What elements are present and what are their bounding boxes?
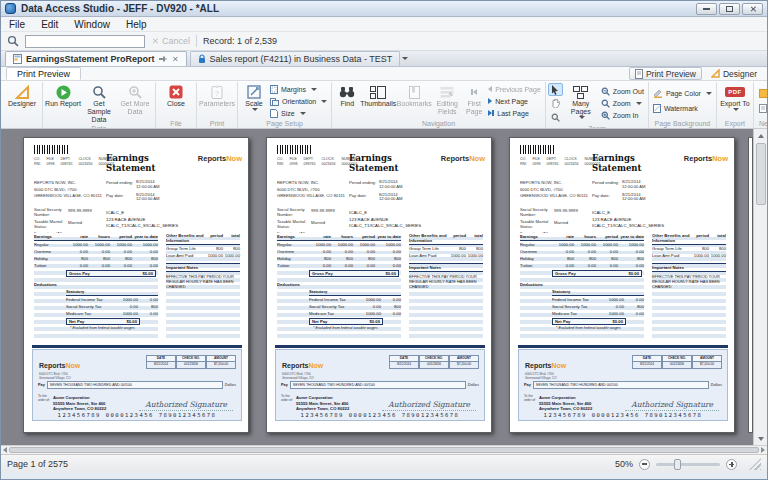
vertical-scroll-thumb[interactable]: [756, 143, 766, 205]
first-page-label: First Page: [462, 100, 486, 116]
last-page-button[interactable]: Last Page: [486, 108, 543, 119]
parameters-label: Parameters: [199, 100, 235, 108]
benefits-table: Other Benefits and Informationperiodtota…: [652, 233, 726, 339]
ribbon-tab-print-preview[interactable]: Print Preview: [6, 67, 81, 80]
zoom-tool-button[interactable]: [548, 111, 563, 124]
menu-window[interactable]: Window: [66, 17, 118, 31]
horizontal-scrollbar[interactable]: [1, 445, 767, 454]
view-print-preview-button[interactable]: Print Preview: [629, 67, 702, 80]
next-page-button[interactable]: Next Page: [486, 96, 543, 107]
view-designer-button[interactable]: Designer: [705, 67, 763, 80]
menu-help[interactable]: Help: [118, 17, 155, 31]
tab-earnings-statement[interactable]: EarningsStatement ProReport: [5, 51, 187, 66]
misc-doc-button[interactable]: [756, 102, 767, 115]
close-preview-button[interactable]: Close: [158, 83, 194, 119]
horizontal-scroll-thumb[interactable]: [9, 447, 759, 453]
zoom-in-button[interactable]: Zoom In: [599, 110, 646, 121]
statutory-label: Statutory: [66, 288, 158, 296]
important-notes-text: EFFECTIVE THIS PAY PERIOD YOUR REGULAR H…: [409, 274, 483, 289]
tab-label: Sales report (F4211) in Business Data - …: [210, 54, 393, 64]
hand-tool-button[interactable]: [548, 97, 563, 110]
zoom-button[interactable]: Zoom: [599, 98, 646, 109]
zoom-in-slider-button[interactable]: [726, 459, 737, 470]
authorized-signature: Authorized Signature: [382, 400, 476, 411]
watermark-button[interactable]: Watermark: [651, 102, 714, 116]
find-button[interactable]: Find: [334, 83, 360, 119]
next-page-label: Next Page: [495, 98, 528, 105]
employee-address: ICALC_E123 RACE AVENUEICALC_T1/ICALC_9/I…: [106, 210, 178, 230]
statutory-label: Statutory: [552, 288, 644, 296]
report-icon: [13, 54, 22, 64]
scroll-down-icon[interactable]: [758, 437, 764, 441]
gross-pay-row: Gross Pay$0.00: [309, 270, 399, 277]
group-label-file: File: [158, 119, 194, 128]
tab-label: EarningsStatement ProReport: [26, 54, 155, 64]
zoom-out-slider-button[interactable]: [639, 459, 650, 470]
pointer-tool-button[interactable]: [548, 83, 563, 96]
get-sample-data-button[interactable]: Get Sample Data: [81, 83, 117, 124]
scroll-right-icon[interactable]: [761, 447, 765, 453]
export-to-label: Export To: [720, 100, 749, 108]
pointer-icon: [551, 85, 559, 95]
thumbnails-label: Thumbnails: [360, 100, 396, 108]
find-label: Find: [340, 100, 354, 108]
check-detail-cells: DATECHECK NO.AMOUNT 8/21/201400123456$7,…: [389, 355, 479, 369]
first-page-icon: [471, 84, 477, 100]
scroll-up-icon[interactable]: [758, 134, 764, 138]
menu-file[interactable]: File: [1, 17, 33, 31]
tab-list-dropdown-icon[interactable]: [402, 57, 408, 60]
company-address: REPORTS NOW, INC.6000 DTC BLVD, #700GREE…: [277, 180, 345, 200]
page-color-button[interactable]: Page Color: [651, 87, 714, 101]
zoom-slider[interactable]: [656, 463, 720, 466]
many-pages-button[interactable]: Many Pages: [563, 83, 599, 124]
close-icon: [749, 5, 755, 11]
maximize-button[interactable]: [719, 3, 740, 15]
pin-icon[interactable]: [159, 55, 167, 63]
preview-page: CO.FILEDEPT.CLOCKNUMBER RNI0998098765002…: [266, 137, 492, 433]
view-print-preview-label: Print Preview: [646, 69, 696, 79]
search-input[interactable]: [25, 35, 145, 48]
pay-dates: Period ending: 8/21/201412:00:00 AM Pay …: [349, 180, 403, 202]
size-button[interactable]: Size: [268, 108, 329, 119]
close-window-button[interactable]: [742, 3, 763, 15]
check-payee: To the order of: Acme Corporation55555 M…: [281, 395, 349, 412]
zoom-out-button[interactable]: Zoom Out: [599, 86, 646, 97]
scroll-left-icon[interactable]: [3, 447, 7, 453]
parameters-button: ? Parameters: [199, 83, 235, 119]
export-to-button[interactable]: PDF Export To: [719, 83, 751, 119]
tab-sales-report[interactable]: Sales report (F4211) in Business Data - …: [190, 51, 401, 66]
scale-button[interactable]: Scale: [240, 83, 268, 119]
zoom-label: Zoom: [613, 100, 631, 107]
vertical-scrollbar[interactable]: [753, 129, 767, 445]
cancel-search-button[interactable]: Cancel: [151, 36, 190, 46]
title-bar: Data Access Studio - JEFF - DV920 - *ALL: [1, 1, 767, 17]
statement-title: Earnings Statement: [106, 153, 198, 173]
ribbon-tab-row: Print Preview Print Preview Designer: [1, 67, 767, 81]
bookmarks-button: Bookmarks: [396, 83, 432, 119]
check-top-band: [275, 345, 485, 348]
get-sample-data-icon: [92, 84, 106, 100]
employee-address: ICALC_E123 RACE AVENUEICALC_T1/ICALC_9/I…: [592, 210, 664, 230]
resize-grip[interactable]: [749, 458, 761, 470]
misc-note-button[interactable]: [756, 87, 767, 100]
zoom-icon: [601, 99, 610, 108]
important-notes-text: EFFECTIVE THIS PAY PERIOD YOUR REGULAR H…: [652, 274, 726, 289]
group-label-page-background: Page Background: [651, 119, 714, 128]
designer-button[interactable]: Designer: [4, 83, 40, 119]
thumbnails-button[interactable]: Thumbnails: [360, 83, 396, 119]
minimize-button[interactable]: [696, 3, 717, 15]
deductions-label: Deductions: [34, 281, 66, 288]
window-frame-bottom: [1, 473, 767, 479]
next-page-icon: [488, 98, 492, 104]
zoom-slider-thumb[interactable]: [674, 459, 681, 470]
margins-button[interactable]: Margins: [268, 84, 329, 95]
run-report-button[interactable]: Run Report: [45, 83, 81, 124]
footnote: * Excluded from federal taxable wages: [556, 325, 644, 332]
watermark-label: Watermark: [664, 105, 698, 112]
hand-icon: [551, 99, 560, 108]
close-tab-icon[interactable]: [172, 56, 178, 62]
net-pay-row: Net Pay$0.00: [552, 318, 626, 325]
menu-edit[interactable]: Edit: [33, 17, 66, 31]
ribbon-group-export: PDF Export To Export: [717, 82, 754, 128]
orientation-button[interactable]: Orientation: [268, 96, 329, 107]
